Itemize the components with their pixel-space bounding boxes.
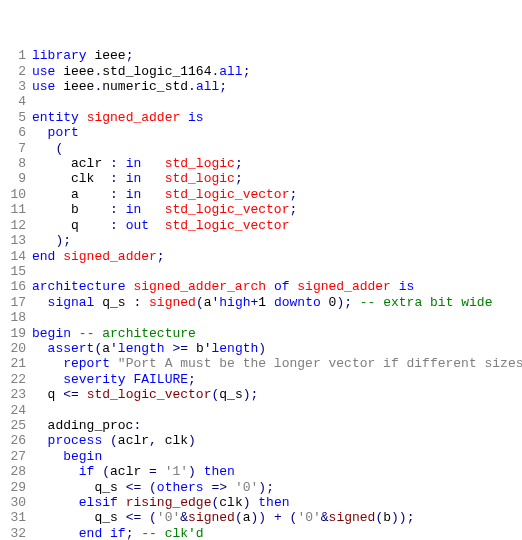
token-op: ));: [391, 510, 414, 525]
token-op: &: [321, 510, 329, 525]
line-number: 11: [4, 202, 26, 217]
token-kw: in: [126, 202, 142, 217]
token-op: :: [133, 295, 141, 310]
code-line: 3use ieee.numeric_std.all;: [4, 79, 522, 94]
token-kw: then: [204, 464, 235, 479]
token-op: ;: [188, 372, 196, 387]
token-cm: -- extra bit wide: [360, 295, 493, 310]
token-op: .: [94, 64, 102, 79]
token-kw: of: [274, 279, 290, 294]
token-kw: entity: [32, 110, 79, 125]
token-kw: downto: [274, 295, 321, 310]
token-op: ): [258, 341, 266, 356]
token-op: ': [110, 341, 118, 356]
token-cm: -- architecture: [79, 326, 196, 341]
line-number: 27: [4, 449, 26, 464]
token-op: ;: [251, 387, 259, 402]
code-line: 17 signal q_s : signed(a'high+1 downto 0…: [4, 295, 522, 310]
token-kw: architecture: [32, 279, 126, 294]
line-number: 1: [4, 48, 26, 63]
token-op: <=: [126, 480, 142, 495]
line-number: 12: [4, 218, 26, 233]
line-number: 4: [4, 94, 26, 109]
line-number: 24: [4, 403, 26, 418]
token-fn: std_logic_vector: [87, 387, 212, 402]
line-number: 9: [4, 171, 26, 186]
token-op: ;: [266, 480, 274, 495]
token-kw: end: [32, 249, 55, 264]
token-op: >=: [172, 341, 188, 356]
token-op: (: [375, 510, 383, 525]
token-op: ;: [235, 171, 243, 186]
token-op: (: [149, 480, 157, 495]
token-op: =>: [211, 480, 227, 495]
token-kw: is: [188, 110, 204, 125]
code-line: 13 );: [4, 233, 522, 248]
token-op: (: [235, 510, 243, 525]
token-op: ;: [126, 48, 134, 63]
token-kw: in: [126, 187, 142, 202]
token-ty: std_logic_vector: [165, 187, 290, 202]
token-kw: elsif: [79, 495, 118, 510]
token-kw: use: [32, 79, 55, 94]
token-kw: all: [196, 79, 219, 94]
token-kw: process: [48, 433, 103, 448]
code-line: 20 assert(a'length >= b'length): [4, 341, 522, 356]
token-op: &: [180, 510, 188, 525]
token-kw: use: [32, 64, 55, 79]
token-kw: begin: [63, 449, 102, 464]
token-ty: std_logic_vector: [165, 218, 290, 233]
token-op: :: [110, 202, 118, 217]
token-str: '0': [235, 480, 258, 495]
token-ty: std_logic: [165, 156, 235, 171]
token-kw: all: [219, 64, 242, 79]
line-number: 17: [4, 295, 26, 310]
code-line: 28 if (aclr = '1') then: [4, 464, 522, 479]
token-op: )): [251, 510, 267, 525]
token-kw: high: [219, 295, 250, 310]
code-line: 31 q_s <= ('0'&signed(a)) + ('0'&signed(…: [4, 510, 522, 525]
token-kw: port: [48, 125, 79, 140]
token-kw: then: [258, 495, 289, 510]
code-line: 6 port: [4, 125, 522, 140]
token-op: ;: [157, 249, 165, 264]
token-op: ;: [126, 526, 134, 540]
token-op: ,: [149, 433, 157, 448]
token-op: ;: [63, 233, 71, 248]
token-op: :: [110, 156, 118, 171]
token-op: ): [188, 464, 196, 479]
token-ty: signed_adder_arch: [133, 279, 266, 294]
token-op: (: [94, 341, 102, 356]
token-op: :: [133, 418, 141, 433]
token-op: (: [196, 295, 204, 310]
token-str: "Port A must be the longer vector if dif…: [118, 356, 522, 371]
code-line: 25 adding_proc:: [4, 418, 522, 433]
line-number: 29: [4, 480, 26, 495]
token-op: +: [274, 510, 282, 525]
code-line: 26 process (aclr, clk): [4, 433, 522, 448]
line-number: 15: [4, 264, 26, 279]
token-str: '0': [157, 510, 180, 525]
token-ty: signed_adder: [63, 249, 157, 264]
token-ty: signed: [149, 295, 196, 310]
line-number: 21: [4, 356, 26, 371]
code-line: 2use ieee.std_logic_1164.all;: [4, 64, 522, 79]
token-kw: library: [32, 48, 87, 63]
token-op: ;: [219, 79, 227, 94]
line-number: 30: [4, 495, 26, 510]
token-op: ): [243, 495, 251, 510]
token-op: ;: [235, 156, 243, 171]
token-kw: FAILURE: [133, 372, 188, 387]
token-kw: severity: [63, 372, 125, 387]
code-line: 24: [4, 403, 522, 418]
code-line: 19begin -- architecture: [4, 326, 522, 341]
token-fn: signed: [188, 510, 235, 525]
code-line: 4: [4, 94, 522, 109]
token-kw: if: [79, 464, 95, 479]
token-op: ;: [289, 202, 297, 217]
token-op: :: [110, 218, 118, 233]
code-line: 11 b : in std_logic_vector;: [4, 202, 522, 217]
token-op: (: [55, 141, 63, 156]
code-line: 29 q_s <= (others => '0');: [4, 480, 522, 495]
token-op: ': [204, 341, 212, 356]
